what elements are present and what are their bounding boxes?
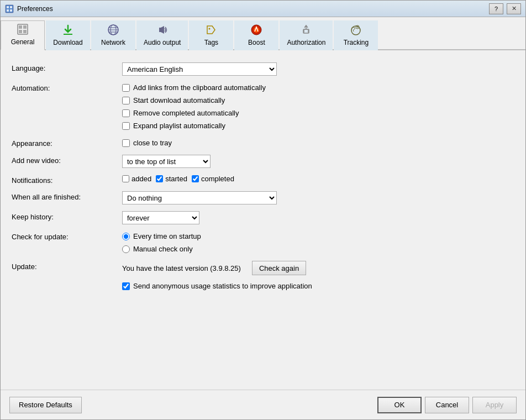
- when-finished-row: When all are finished: Do nothing Shutdo…: [12, 188, 514, 208]
- close-to-tray-row: close to tray: [122, 138, 514, 148]
- boost-icon: [250, 24, 262, 38]
- tab-boost[interactable]: Boost: [234, 20, 278, 50]
- send-stats-checkbox[interactable]: [122, 282, 130, 290]
- language-control: American English English French German S…: [122, 62, 514, 76]
- tab-tags[interactable]: Tags: [189, 20, 233, 50]
- completed-checkbox[interactable]: [192, 175, 199, 182]
- every-startup-radio[interactable]: [122, 233, 130, 240]
- cancel-button[interactable]: Cancel: [425, 397, 469, 413]
- manual-check-radio[interactable]: [122, 245, 130, 253]
- automation-row: Automation: Add links from the clipboard…: [12, 79, 514, 134]
- add-new-video-label: Add new video:: [12, 155, 122, 165]
- start-download-row: Start download automatically: [122, 95, 514, 106]
- added-checkbox[interactable]: [122, 175, 129, 182]
- appearance-control: close to tray: [122, 138, 514, 148]
- remove-completed-label[interactable]: Remove completed automatically: [133, 109, 239, 117]
- download-icon: [62, 24, 74, 38]
- language-label: Language:: [12, 62, 122, 72]
- check-again-button[interactable]: Check again: [252, 261, 306, 275]
- appearance-label: Appearance:: [12, 138, 122, 148]
- bottom-right: OK Cancel Apply: [377, 397, 517, 413]
- restore-defaults-button[interactable]: Restore Defaults: [9, 397, 82, 413]
- tab-download[interactable]: Download: [46, 20, 90, 50]
- every-startup-label[interactable]: Every time on startup: [133, 232, 201, 240]
- appearance-row: Appearance: close to tray: [12, 134, 514, 151]
- expand-playlist-checkbox[interactable]: [122, 122, 130, 130]
- add-new-video-control: to the top of list to the bottom of list: [122, 155, 514, 168]
- keep-history-label: Keep history:: [12, 211, 122, 221]
- apply-button[interactable]: Apply: [472, 397, 517, 413]
- start-download-label[interactable]: Start download automatically: [133, 96, 225, 104]
- svg-rect-8: [19, 30, 22, 33]
- keep-history-select[interactable]: forever 1 month 1 week 1 day: [122, 211, 199, 224]
- svg-rect-2: [10, 6, 12, 8]
- tab-tags-label: Tags: [204, 39, 218, 46]
- remove-completed-row: Remove completed automatically: [122, 108, 514, 118]
- language-row: Language: American English English Frenc…: [12, 59, 514, 79]
- tab-audio-output[interactable]: Audio output: [136, 20, 188, 50]
- tab-network[interactable]: Network: [91, 20, 135, 50]
- update-control: You have the latest version (3.9.8.25) C…: [122, 261, 514, 291]
- update-row: Update: You have the latest version (3.9…: [12, 258, 514, 295]
- start-download-checkbox[interactable]: [122, 97, 130, 104]
- notifications-control: added started completed: [122, 175, 514, 183]
- check-update-label: Check for update:: [12, 231, 122, 241]
- notifications-items: added started completed: [122, 175, 514, 183]
- check-update-row: Check for update: Every time on startup …: [12, 228, 514, 258]
- tags-icon: [205, 24, 217, 38]
- tab-authorization[interactable]: Authorization: [280, 20, 333, 50]
- completed-notif: completed: [192, 175, 234, 183]
- close-button[interactable]: ✕: [507, 3, 521, 14]
- automation-label: Automation:: [12, 82, 122, 92]
- help-button[interactable]: ?: [489, 3, 503, 14]
- bottom-bar: Restore Defaults OK Cancel Apply: [1, 390, 525, 419]
- add-new-video-select[interactable]: to the top of list to the bottom of list: [122, 155, 211, 168]
- close-to-tray-label[interactable]: close to tray: [133, 139, 172, 147]
- close-to-tray-checkbox[interactable]: [122, 139, 130, 147]
- added-label[interactable]: added: [132, 175, 151, 183]
- preferences-window: Preferences ? ✕ General: [0, 0, 526, 420]
- authorization-icon: [300, 24, 312, 38]
- preferences-content: Language: American English English Frenc…: [1, 50, 525, 390]
- ok-button[interactable]: OK: [377, 397, 422, 413]
- notifications-label: Notifications:: [12, 175, 122, 185]
- svg-rect-7: [23, 25, 27, 29]
- svg-rect-6: [19, 25, 22, 29]
- window-title: Preferences: [17, 5, 53, 13]
- tab-download-label: Download: [53, 39, 82, 46]
- expand-playlist-label[interactable]: Expand playlist automatically: [133, 122, 225, 130]
- manual-check-label[interactable]: Manual check only: [133, 245, 193, 253]
- add-links-checkbox[interactable]: [122, 84, 130, 92]
- svg-rect-1: [7, 6, 9, 8]
- started-label[interactable]: started: [165, 175, 187, 183]
- svg-rect-3: [7, 9, 9, 12]
- tab-general[interactable]: General: [1, 20, 45, 50]
- notifications-row: Notifications: added started completed: [12, 171, 514, 188]
- language-select[interactable]: American English English French German S…: [122, 62, 277, 76]
- completed-label[interactable]: completed: [201, 175, 234, 183]
- title-bar: Preferences ? ✕: [1, 1, 525, 17]
- title-bar-left: Preferences: [5, 4, 53, 13]
- check-update-control: Every time on startup Manual check only: [122, 231, 514, 254]
- tabs-bar: General Download Network: [1, 17, 525, 50]
- when-finished-control: Do nothing Shutdown Hibernate Sleep: [122, 191, 514, 204]
- keep-history-control: forever 1 month 1 week 1 day: [122, 211, 514, 224]
- tab-network-label: Network: [101, 39, 125, 46]
- added-notif: added: [122, 175, 151, 183]
- bottom-left: Restore Defaults: [9, 397, 82, 413]
- svg-rect-4: [10, 9, 12, 12]
- send-stats-label[interactable]: Send anonymous usage statistics to impro…: [133, 282, 312, 290]
- add-links-label[interactable]: Add links from the clipboard automatical…: [133, 83, 266, 92]
- when-finished-select[interactable]: Do nothing Shutdown Hibernate Sleep: [122, 191, 277, 204]
- svg-point-23: [357, 27, 358, 28]
- network-icon: [107, 24, 119, 38]
- title-bar-controls: ? ✕: [489, 3, 521, 14]
- add-links-row: Add links from the clipboard automatical…: [122, 82, 514, 93]
- started-checkbox[interactable]: [156, 175, 163, 182]
- tab-tracking[interactable]: Tracking: [334, 20, 378, 50]
- tab-tracking-label: Tracking: [344, 39, 369, 46]
- remove-completed-checkbox[interactable]: [122, 109, 130, 117]
- update-label: Update:: [12, 261, 122, 271]
- automation-control: Add links from the clipboard automatical…: [122, 82, 514, 131]
- window-icon: [5, 4, 14, 13]
